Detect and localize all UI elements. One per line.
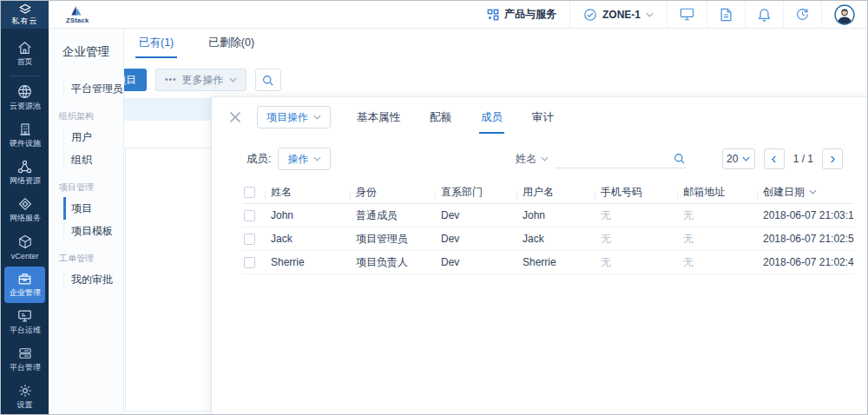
member-search bbox=[556, 149, 686, 168]
row-checkbox[interactable] bbox=[244, 234, 255, 245]
submenu-item-my-approvals[interactable]: 我的审批 bbox=[63, 268, 123, 291]
col-email[interactable]: 邮箱地址 bbox=[677, 185, 757, 200]
sidebar-item-label: 硬件设施 bbox=[9, 138, 40, 148]
cube-icon bbox=[18, 234, 32, 249]
cell-department: Dev bbox=[435, 233, 516, 245]
col-phone[interactable]: 手机号码 bbox=[595, 185, 677, 200]
tab-quota[interactable]: 配额 bbox=[428, 103, 453, 132]
page-size-value: 20 bbox=[727, 153, 738, 165]
sidebar-item-settings[interactable]: 设置 bbox=[4, 379, 45, 415]
submenu-item-orgs[interactable]: 组织 bbox=[63, 148, 123, 171]
brand-label: 私有云 bbox=[12, 16, 38, 27]
panel-tabs: 基本属性 配额 成员 审计 bbox=[355, 103, 556, 132]
home-icon bbox=[17, 41, 32, 55]
sidebar-item-hardware[interactable]: 硬件设施 bbox=[4, 117, 45, 154]
more-actions-label: 更多操作 bbox=[182, 73, 224, 88]
member-actions-button[interactable]: 操作 bbox=[278, 148, 331, 170]
table-row[interactable]: Sherrie 项目负责人 Dev Sherrie 无 无 2018-06-07… bbox=[242, 251, 854, 274]
zone-label: ZONE-1 bbox=[602, 9, 641, 21]
col-created-date-label: 创建日期 bbox=[763, 185, 805, 200]
sort-chevron-icon bbox=[809, 189, 817, 194]
sidebar-item-network-resources[interactable]: 网络资源 bbox=[4, 155, 45, 191]
tab-deleted[interactable]: 已删除(0) bbox=[205, 30, 258, 58]
user-avatar[interactable] bbox=[822, 1, 867, 28]
col-role[interactable]: 身份 bbox=[350, 185, 435, 200]
project-detail-panel: 项目操作 基本属性 配额 成员 审计 成员: 操作 姓名 bbox=[211, 96, 867, 414]
products-services-menu[interactable]: 产品与服务 bbox=[474, 1, 569, 28]
zone-icon bbox=[583, 8, 597, 22]
sidebar-item-platform-mgmt[interactable]: 平台管理 bbox=[4, 341, 45, 378]
search-button[interactable] bbox=[255, 69, 281, 91]
cell-name: Sherrie bbox=[265, 256, 350, 268]
history-button[interactable] bbox=[784, 1, 821, 28]
divider bbox=[10, 76, 40, 76]
cell-department: Dev bbox=[435, 256, 516, 268]
server-icon bbox=[18, 346, 32, 360]
building-icon bbox=[18, 122, 32, 136]
network-nodes-icon bbox=[17, 160, 32, 174]
page-indicator: 1 / 1 bbox=[793, 153, 813, 165]
sidebar: 首页 云资源池 硬件设施 bbox=[1, 29, 49, 414]
cell-phone: 无 bbox=[595, 208, 677, 223]
row-checkbox[interactable] bbox=[244, 257, 255, 268]
cell-username: John bbox=[516, 209, 595, 221]
briefcase-icon bbox=[17, 272, 32, 286]
search-field-selector[interactable]: 姓名 bbox=[516, 152, 549, 167]
private-cloud-brand: 私有云 bbox=[1, 1, 49, 29]
submenu-item-platform-admin[interactable]: 平台管理员 bbox=[63, 77, 123, 100]
search-icon[interactable] bbox=[673, 152, 686, 165]
zone-selector[interactable]: ZONE-1 bbox=[570, 1, 667, 28]
row-checkbox[interactable] bbox=[244, 210, 255, 221]
close-icon[interactable] bbox=[229, 111, 241, 123]
submenu-item-projects[interactable]: 项目 bbox=[63, 197, 123, 220]
topbar-actions: 产品与服务 ZONE-1 bbox=[474, 1, 867, 28]
submenu-item-project-templates[interactable]: 项目模板 bbox=[63, 220, 123, 242]
sidebar-item-label: 网络服务 bbox=[9, 213, 40, 223]
sidebar-item-home[interactable]: 首页 bbox=[4, 36, 45, 72]
submenu-item-users[interactable]: 用户 bbox=[63, 126, 123, 148]
tab-existing[interactable]: 已有(1) bbox=[135, 30, 177, 58]
col-username[interactable]: 用户名 bbox=[516, 185, 595, 200]
project-actions-button[interactable]: 项目操作 bbox=[257, 106, 331, 128]
col-created-date[interactable]: 创建日期 bbox=[757, 185, 854, 200]
sidebar-item-vcenter[interactable]: vCenter bbox=[4, 229, 45, 266]
selected-project-row[interactable] bbox=[124, 98, 213, 121]
sidebar-item-label: vCenter bbox=[11, 251, 39, 260]
cell-email: 无 bbox=[677, 255, 757, 270]
sidebar-item-label: 设置 bbox=[16, 399, 32, 410]
prev-page-button[interactable] bbox=[764, 148, 785, 169]
tab-members[interactable]: 成员 bbox=[479, 103, 504, 132]
members-table: 姓名 身份 直系部门 用户名 手机号码 邮箱地址 创建日期 John 普通成员 … bbox=[242, 181, 854, 274]
tab-basic-properties[interactable]: 基本属性 bbox=[355, 103, 402, 132]
notifications-button[interactable] bbox=[746, 1, 783, 28]
sidebar-item-enterprise[interactable]: 企业管理 bbox=[4, 267, 45, 303]
table-row[interactable]: John 普通成员 Dev John 无 无 2018-06-07 21:03:… bbox=[242, 204, 854, 227]
sidebar-item-label: 网络资源 bbox=[9, 175, 40, 186]
submenu-enterprise: 企业管理 平台管理员 组织架构 用户 组织 项目管理 项目 项目模板 工单管理 … bbox=[49, 29, 124, 414]
create-project-button[interactable]: 创建项目 bbox=[124, 69, 147, 91]
tab-audit[interactable]: 审计 bbox=[530, 103, 556, 132]
list-toolbar: 创建项目 ••• 更多操作 bbox=[124, 69, 867, 91]
col-department[interactable]: 直系部门 bbox=[435, 185, 516, 200]
panel-header: 项目操作 基本属性 配额 成员 审计 bbox=[212, 97, 867, 134]
page-size-select[interactable]: 20 bbox=[722, 148, 755, 169]
select-all-checkbox[interactable] bbox=[244, 187, 255, 198]
member-search-input[interactable] bbox=[556, 149, 665, 167]
next-page-button[interactable] bbox=[822, 148, 843, 169]
col-name[interactable]: 姓名 bbox=[265, 185, 350, 200]
submenu-title: 企业管理 bbox=[49, 29, 123, 60]
document-button[interactable] bbox=[707, 1, 745, 28]
sidebar-item-cloud-pool[interactable]: 云资源池 bbox=[4, 80, 45, 116]
gear-icon bbox=[18, 384, 32, 398]
console-button[interactable] bbox=[667, 1, 707, 28]
zstack-console: 私有云 ZStack 产品与服务 bbox=[0, 0, 868, 415]
sidebar-item-label: 云资源池 bbox=[9, 101, 40, 111]
table-row[interactable]: Jack 项目管理员 Dev Jack 无 无 2018-06-07 21:02… bbox=[242, 227, 854, 251]
sidebar-item-network-services[interactable]: 网络服务 bbox=[4, 192, 45, 228]
sidebar-item-label: 企业管理 bbox=[9, 287, 40, 298]
more-actions-button[interactable]: ••• 更多操作 bbox=[155, 69, 247, 91]
monitor-icon bbox=[17, 309, 32, 323]
cell-role: 项目负责人 bbox=[350, 255, 435, 270]
sidebar-item-platform-ops[interactable]: 平台运维 bbox=[4, 304, 45, 340]
cell-created-date: 2018-06-07 21:02:54 bbox=[757, 233, 854, 245]
